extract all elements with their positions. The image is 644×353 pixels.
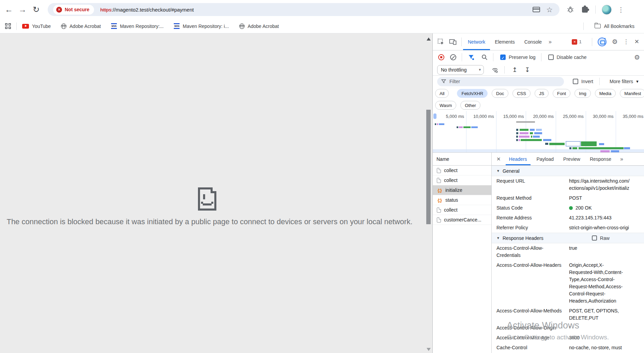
profile-avatar[interactable] [602,5,612,15]
record-network-log-icon[interactable] [438,54,444,60]
settings-gear-icon[interactable]: ⚙ [612,39,618,45]
chip-manifest[interactable]: Manifest [620,89,644,98]
not-secure-badge[interactable]: ✕ Not secure [53,5,94,15]
header-value: https://qa.interswitchng.com/ ections/ap… [569,178,644,192]
detail-tab-preview[interactable]: Preview [560,153,584,165]
section-header-response-headers[interactable]: ▼Response HeadersRaw [492,233,644,243]
chip-font[interactable]: Font [553,89,570,98]
detail-tab-headers[interactable]: Headers [506,153,531,165]
disable-cache-toggle[interactable]: Disable cache [548,55,587,60]
filter-toggle-icon[interactable] [468,54,475,61]
detail-more-tabs-icon[interactable]: » [620,156,623,162]
search-icon[interactable] [481,54,488,60]
throttling-select[interactable]: No throttling ▾ [437,65,484,75]
document-file-icon [437,178,441,183]
tab-console[interactable]: Console [520,33,547,50]
devtools-ai-icon[interactable] [598,37,607,46]
toolbar-divider-2 [493,53,493,61]
tab-elements[interactable]: Elements [490,33,519,50]
network-overview-timeline[interactable]: 5,000 ms10,000 ms15,000 ms20,000 ms25,00… [433,111,644,153]
request-row-initialize[interactable]: initialize [433,185,491,195]
disable-cache-checkbox[interactable] [548,55,554,60]
all-bookmarks-button[interactable]: All Bookmarks [604,24,634,29]
waterfall-bar [459,126,463,128]
apps-grid-icon[interactable] [5,23,11,29]
device-toolbar-icon[interactable] [449,39,457,45]
waterfall-bar [519,136,530,138]
header-value: POST [569,195,644,202]
import-har-icon[interactable]: ↥ [512,67,517,73]
preserve-log-toggle[interactable]: Preserve log [500,55,536,60]
chip-doc[interactable]: Doc [492,89,508,98]
invert-toggle[interactable]: Invert [573,79,593,84]
chip-wasm[interactable]: Wasm [435,101,456,110]
bookmark-star-icon[interactable]: ☆ [546,6,553,13]
waterfall-bar [581,141,597,146]
section-header-general[interactable]: ▼General [492,166,644,176]
address-bar[interactable]: ✕ Not secure https://magento2.test/check… [48,3,559,16]
youtube-icon [22,24,29,29]
clear-network-log-icon[interactable] [450,54,456,60]
browser-menu-icon[interactable]: ⋮ [618,6,624,14]
raw-checkbox[interactable] [592,235,597,241]
not-secure-icon: ✕ [56,7,62,13]
header-row-referrer-policy: Referrer Policystrict-origin-when-cross-… [492,223,644,233]
waterfall-bar [600,150,610,152]
more-filters-label: More filters [610,79,633,84]
extensions-icon[interactable] [582,7,588,13]
export-har-icon[interactable]: ↧ [525,67,530,73]
header-name: Access-Control-Allow-Headers [496,262,569,305]
waterfall-bar [530,129,535,131]
chip-other[interactable]: Other [460,101,480,110]
request-row-collect[interactable]: collect [433,175,491,185]
chip-js[interactable]: JS [535,89,549,98]
invert-checkbox[interactable] [573,79,578,84]
bug-extension-icon[interactable] [567,6,574,13]
chip-all[interactable]: All [435,89,449,98]
console-error-badge[interactable]: ✕ 1 [572,39,581,45]
inspect-element-icon[interactable] [438,39,444,45]
bookmark-adobe-acrobat[interactable]: Adobe Acrobat [61,24,101,29]
chip-css[interactable]: CSS [512,89,531,98]
detail-tab-response[interactable]: Response [586,153,615,165]
request-row-collect[interactable]: collect [433,166,491,175]
header-row-access-control-allow-methods: Access-Control-Allow-MethodsPOST, GET, O… [492,306,644,323]
back-button[interactable]: ← [2,5,16,14]
more-filters-button[interactable]: More filters ▼ [610,79,639,84]
network-settings-gear-icon[interactable]: ⚙ [634,54,640,61]
request-name: customerCance... [444,217,481,222]
raw-toggle[interactable]: Raw [592,235,610,241]
header-name: Cache-Control [496,344,569,351]
forward-button[interactable]: → [16,5,29,14]
request-row-collect[interactable]: collect [433,205,491,215]
chip-img[interactable]: Img [574,89,591,98]
devtools-menu-icon[interactable]: ⋮ [623,38,629,45]
bookmark-maven-repository-i[interactable]: MVNMaven Repository: i... [174,23,229,29]
tab-network[interactable]: Network [463,33,490,50]
detail-tab-payload[interactable]: Payload [533,153,557,165]
network-conditions-icon[interactable] [491,67,499,73]
not-secure-label: Not secure [65,7,89,12]
request-row-status[interactable]: status [433,195,491,205]
name-column-header[interactable]: Name [433,153,492,165]
devtools-close-icon[interactable]: ✕ [634,38,639,45]
bookmark-maven-repository[interactable]: MVNMaven Repository:... [111,23,164,29]
scrollbar-down-arrow[interactable] [427,348,431,351]
close-detail-icon[interactable]: ✕ [496,156,501,162]
payment-methods-icon[interactable] [533,7,540,12]
chip-media[interactable]: Media [595,89,616,98]
filter-row-divider [599,78,600,85]
scrollbar-up-arrow[interactable] [427,37,431,41]
chip-fetch-xhr[interactable]: Fetch/XHR [457,89,488,98]
request-name: status [445,197,458,203]
waterfall-bar [531,136,532,138]
scrollbar-thumb[interactable] [426,110,431,224]
request-row-customercance[interactable]: customerCance... [433,215,491,225]
bookmark-adobe-acrobat[interactable]: Adobe Acrobat [239,24,279,29]
preserve-log-checkbox[interactable] [500,55,506,60]
reload-button[interactable]: ↻ [29,5,43,14]
more-tabs-icon[interactable]: » [549,39,552,45]
filter-input[interactable]: Filter [437,77,564,86]
page-scrollbar[interactable] [425,33,432,353]
bookmark-youtube[interactable]: YouTube [22,24,51,29]
